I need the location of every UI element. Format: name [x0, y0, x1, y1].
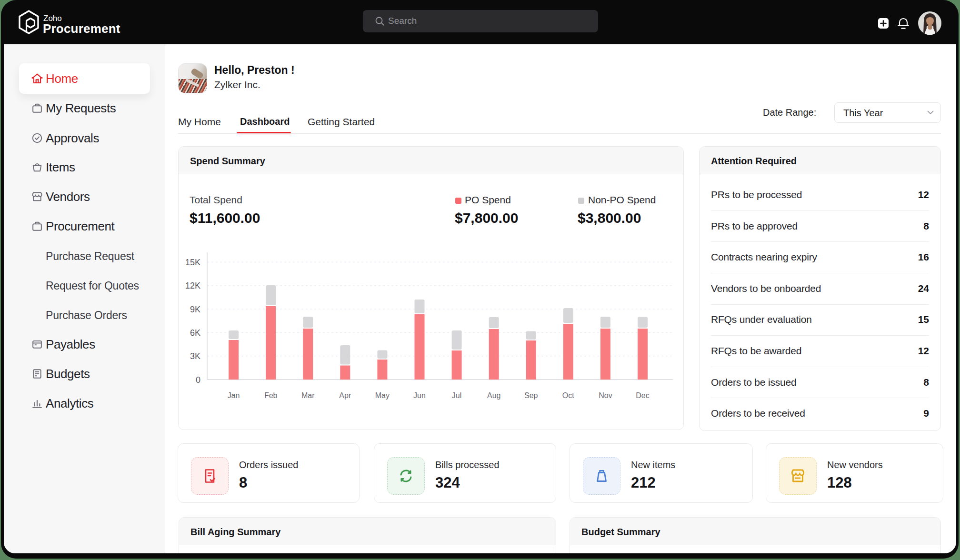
svg-text:12K: 12K	[185, 281, 200, 290]
svg-text:9K: 9K	[190, 305, 200, 314]
svg-text:Dec: Dec	[636, 391, 649, 400]
svg-text:15K: 15K	[185, 258, 200, 267]
svg-text:Jan: Jan	[228, 391, 240, 400]
svg-text:0: 0	[196, 375, 200, 385]
svg-text:May: May	[375, 391, 390, 400]
svg-text:Nov: Nov	[599, 391, 612, 400]
svg-text:Sep: Sep	[524, 391, 538, 400]
svg-text:Jun: Jun	[413, 391, 426, 400]
svg-text:3K: 3K	[190, 351, 200, 361]
svg-text:Jul: Jul	[452, 391, 461, 400]
svg-text:Apr: Apr	[339, 391, 351, 400]
svg-text:Oct: Oct	[562, 391, 574, 400]
svg-text:Mar: Mar	[301, 391, 315, 400]
svg-text:Feb: Feb	[264, 391, 278, 400]
svg-text:6K: 6K	[190, 328, 200, 338]
svg-text:Aug: Aug	[487, 391, 500, 400]
